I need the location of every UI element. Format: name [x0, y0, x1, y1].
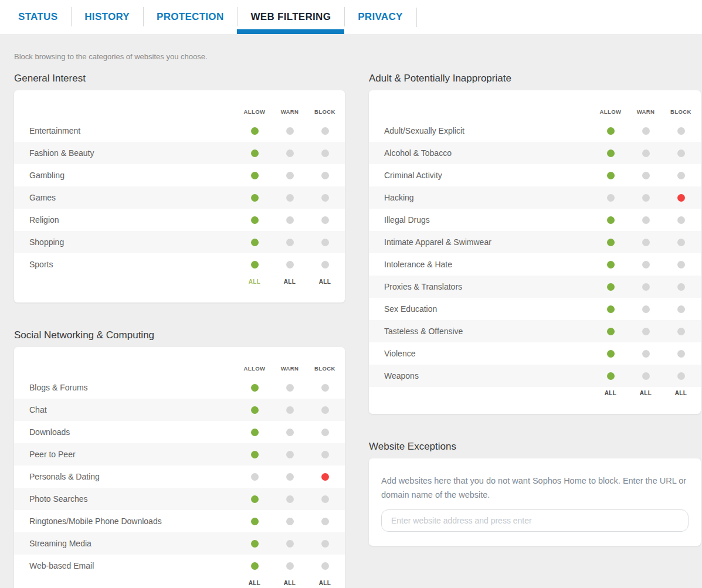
block-radio[interactable]: [677, 194, 685, 202]
block-radio[interactable]: [677, 305, 685, 313]
allow-radio[interactable]: [607, 194, 615, 202]
block-radio[interactable]: [321, 562, 329, 570]
block-radio[interactable]: [677, 216, 685, 224]
block-radio[interactable]: [321, 540, 329, 548]
allow-radio[interactable]: [607, 239, 615, 246]
warn-radio[interactable]: [286, 540, 294, 548]
warn-radio[interactable]: [642, 350, 650, 358]
block-radio[interactable]: [321, 261, 329, 268]
allow-radio[interactable]: [607, 372, 615, 380]
allow-radio[interactable]: [251, 172, 259, 179]
block-radio[interactable]: [321, 451, 329, 458]
allow-radio[interactable]: [607, 328, 615, 335]
select-all-warn-button[interactable]: ALL: [628, 390, 663, 397]
warn-radio[interactable]: [286, 406, 294, 414]
block-radio[interactable]: [321, 473, 329, 481]
block-radio[interactable]: [677, 172, 685, 179]
allow-radio[interactable]: [251, 406, 259, 414]
warn-radio[interactable]: [642, 149, 650, 157]
warn-radio[interactable]: [642, 194, 650, 202]
warn-radio[interactable]: [286, 149, 294, 157]
warn-radio[interactable]: [642, 372, 650, 380]
block-radio[interactable]: [321, 127, 329, 135]
block-radio[interactable]: [321, 429, 329, 436]
block-radio[interactable]: [677, 350, 685, 358]
select-all-warn-button[interactable]: ALL: [272, 278, 307, 285]
block-radio[interactable]: [677, 372, 685, 380]
block-radio[interactable]: [321, 406, 329, 414]
select-all-warn-button[interactable]: ALL: [272, 580, 307, 587]
allow-radio[interactable]: [251, 518, 259, 525]
tab-privacy[interactable]: PRIVACY: [344, 0, 416, 34]
allow-radio[interactable]: [251, 562, 259, 570]
select-all-block-button[interactable]: ALL: [663, 390, 698, 397]
tab-protection[interactable]: PROTECTION: [143, 0, 237, 34]
warn-radio[interactable]: [642, 283, 650, 291]
warn-radio[interactable]: [286, 127, 294, 135]
block-radio[interactable]: [677, 127, 685, 135]
allow-radio[interactable]: [251, 473, 259, 481]
tab-status[interactable]: STATUS: [5, 0, 71, 34]
select-all-allow-button[interactable]: ALL: [593, 390, 628, 397]
block-radio[interactable]: [321, 239, 329, 246]
warn-radio[interactable]: [642, 239, 650, 246]
allow-radio[interactable]: [607, 127, 615, 135]
allow-radio[interactable]: [251, 451, 259, 458]
block-radio[interactable]: [677, 261, 685, 268]
allow-radio[interactable]: [607, 283, 615, 291]
warn-radio[interactable]: [642, 261, 650, 268]
warn-radio[interactable]: [286, 216, 294, 224]
tab-history[interactable]: HISTORY: [71, 0, 143, 34]
block-cell: [307, 239, 342, 246]
warn-radio[interactable]: [642, 127, 650, 135]
allow-radio[interactable]: [251, 149, 259, 157]
allow-radio[interactable]: [251, 495, 259, 503]
allow-radio[interactable]: [607, 149, 615, 157]
block-radio[interactable]: [677, 283, 685, 291]
allow-radio[interactable]: [251, 194, 259, 202]
block-radio[interactable]: [321, 194, 329, 202]
block-radio[interactable]: [677, 239, 685, 246]
warn-radio[interactable]: [642, 328, 650, 335]
allow-radio[interactable]: [251, 384, 259, 392]
warn-radio[interactable]: [642, 216, 650, 224]
block-radio[interactable]: [321, 172, 329, 179]
warn-radio[interactable]: [286, 172, 294, 179]
warn-radio[interactable]: [286, 429, 294, 436]
select-all-block-button[interactable]: ALL: [307, 580, 342, 587]
block-radio[interactable]: [321, 216, 329, 224]
warn-radio[interactable]: [286, 261, 294, 268]
allow-radio[interactable]: [251, 127, 259, 135]
website-exception-input[interactable]: [381, 509, 689, 532]
block-radio[interactable]: [321, 384, 329, 392]
warn-radio[interactable]: [286, 518, 294, 525]
allow-radio[interactable]: [607, 305, 615, 313]
warn-radio[interactable]: [286, 495, 294, 503]
allow-radio[interactable]: [607, 172, 615, 179]
allow-radio[interactable]: [251, 239, 259, 246]
warn-radio[interactable]: [286, 451, 294, 458]
warn-radio[interactable]: [642, 172, 650, 179]
block-radio[interactable]: [321, 518, 329, 525]
allow-radio[interactable]: [251, 429, 259, 436]
select-all-block-button[interactable]: ALL: [307, 278, 342, 285]
tab-web-filtering[interactable]: WEB FILTERING: [237, 0, 344, 34]
block-radio[interactable]: [321, 149, 329, 157]
warn-radio[interactable]: [286, 239, 294, 246]
block-radio[interactable]: [677, 149, 685, 157]
allow-radio[interactable]: [607, 261, 615, 268]
warn-radio[interactable]: [286, 194, 294, 202]
block-radio[interactable]: [677, 328, 685, 335]
warn-radio[interactable]: [286, 384, 294, 392]
allow-radio[interactable]: [607, 350, 615, 358]
select-all-allow-button[interactable]: ALL: [237, 580, 272, 587]
allow-radio[interactable]: [251, 540, 259, 548]
block-radio[interactable]: [321, 495, 329, 503]
warn-radio[interactable]: [286, 473, 294, 481]
allow-radio[interactable]: [607, 216, 615, 224]
warn-radio[interactable]: [286, 562, 294, 570]
allow-radio[interactable]: [251, 261, 259, 268]
select-all-allow-button[interactable]: ALL: [237, 278, 272, 285]
warn-radio[interactable]: [642, 305, 650, 313]
allow-radio[interactable]: [251, 216, 259, 224]
